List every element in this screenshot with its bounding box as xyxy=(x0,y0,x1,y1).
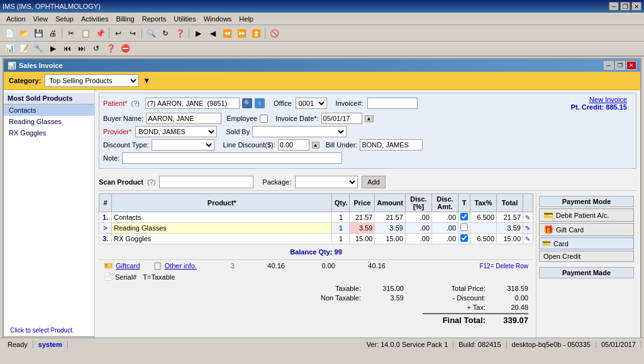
edit-1[interactable]: ✎ xyxy=(523,212,533,223)
price-3[interactable]: 15.00 xyxy=(350,234,375,244)
taxable-1[interactable] xyxy=(458,212,470,223)
giftcard-link[interactable]: Giftcard xyxy=(116,262,140,270)
patient-input[interactable] xyxy=(145,98,240,109)
menu-utilities[interactable]: Utilities xyxy=(170,14,199,24)
win-restore[interactable]: ❐ xyxy=(615,61,625,70)
price-2[interactable]: 3.59 xyxy=(350,223,375,234)
office-select[interactable]: 0001 xyxy=(296,98,327,109)
scan-input[interactable] xyxy=(159,176,253,188)
sidebar-item-rx-goggles[interactable]: RX Goggles xyxy=(4,127,94,139)
edit-3[interactable]: ✎ xyxy=(523,234,533,244)
total-1[interactable]: 21.57 xyxy=(497,212,523,223)
product-2[interactable]: Reading Glasses xyxy=(112,223,332,234)
line-discount-spinner-up[interactable]: ▲ xyxy=(312,142,319,149)
disc-pct-1[interactable]: .00 xyxy=(406,212,432,223)
card-btn[interactable]: 💳 Card xyxy=(539,237,634,249)
total-3[interactable]: 15.00 xyxy=(497,234,523,244)
tb-redo[interactable]: ↪ xyxy=(126,27,140,40)
menu-reports[interactable]: Reports xyxy=(138,14,170,24)
tb2-b4[interactable]: ▶ xyxy=(46,42,60,55)
debit-patient-btn[interactable]: 💳 Debit Patient A/c. xyxy=(539,208,634,222)
employee-checkbox[interactable] xyxy=(260,115,268,123)
tb-copy[interactable]: 📋 xyxy=(79,27,92,40)
tb-new[interactable]: 📄 xyxy=(3,27,16,40)
price-1[interactable]: 21.57 xyxy=(350,212,375,223)
tax-checkbox-2[interactable] xyxy=(460,224,468,231)
tb-help[interactable]: ❓ xyxy=(173,27,187,40)
tb2-b6[interactable]: ⏭ xyxy=(75,42,89,55)
tax-pct-2[interactable] xyxy=(470,223,497,234)
menu-help[interactable]: Help xyxy=(235,14,257,24)
add-button[interactable]: Add xyxy=(362,176,386,188)
other-info-link[interactable]: Other info. xyxy=(165,262,197,270)
discount-type-select[interactable] xyxy=(152,139,214,151)
invoice-date-input[interactable] xyxy=(321,113,362,124)
amount-2[interactable]: 3.59 xyxy=(375,223,406,234)
tax-pct-1[interactable]: 6.500 xyxy=(470,212,497,223)
tb2-stop[interactable]: ⛔ xyxy=(118,42,132,55)
total-2[interactable]: 3.59 xyxy=(497,223,523,234)
disc-amt-1[interactable]: .00 xyxy=(432,212,458,223)
provider-select[interactable]: BOND, JAMES xyxy=(135,126,217,137)
close-btn[interactable]: ✕ xyxy=(631,2,641,11)
tb-b4[interactable]: ⏩ xyxy=(235,27,248,40)
win-minimize[interactable]: ─ xyxy=(604,61,614,70)
tb2-b3[interactable]: 🔧 xyxy=(31,42,45,55)
tax-pct-3[interactable]: 6.500 xyxy=(470,234,497,244)
click-to-select-product[interactable]: Click to select Product. xyxy=(6,324,78,336)
bill-under-input[interactable] xyxy=(360,139,423,151)
invoice-num-input[interactable] xyxy=(367,98,418,109)
taxable-3[interactable] xyxy=(458,234,470,244)
menu-setup[interactable]: Setup xyxy=(52,14,77,24)
note-input[interactable] xyxy=(122,152,342,164)
tb-paste[interactable]: 📌 xyxy=(93,27,107,40)
qty-1[interactable]: 1 xyxy=(332,212,350,223)
category-dropdown-icon[interactable]: ▼ xyxy=(143,76,150,85)
tb2-b7[interactable]: ↺ xyxy=(89,42,103,55)
menu-action[interactable]: Action xyxy=(3,14,30,24)
product-1[interactable]: Contacts xyxy=(112,212,332,223)
edit-2[interactable]: ✎ xyxy=(523,223,533,234)
package-select[interactable] xyxy=(295,176,358,188)
disc-pct-2[interactable]: .00 xyxy=(406,223,432,234)
buyer-input[interactable] xyxy=(146,113,221,124)
disc-amt-2[interactable]: .00 xyxy=(432,223,458,234)
tb-b3[interactable]: ⏪ xyxy=(220,27,234,40)
menu-activities[interactable]: Activities xyxy=(77,14,112,24)
tb-find[interactable]: 🔍 xyxy=(144,27,158,40)
taxable-2[interactable] xyxy=(458,223,470,234)
line-discount-input[interactable] xyxy=(278,139,309,151)
open-credit-btn[interactable]: Open Credit xyxy=(539,251,634,262)
tb2-b8[interactable]: ❓ xyxy=(104,42,118,55)
tb-b2[interactable]: ◀ xyxy=(206,27,219,40)
disc-pct-3[interactable]: .00 xyxy=(406,234,432,244)
category-select[interactable]: Top Selling Products xyxy=(45,74,139,87)
tb-b5[interactable]: ⏫ xyxy=(249,27,263,40)
sidebar-item-reading-glasses[interactable]: Reading Glasses xyxy=(4,116,94,127)
patient-search-icon[interactable]: 🔍 xyxy=(242,98,252,108)
tb-cut[interactable]: ✂ xyxy=(64,27,78,40)
tb2-b2[interactable]: 📝 xyxy=(17,42,31,55)
tb-refresh[interactable]: ↻ xyxy=(158,27,172,40)
tb-undo[interactable]: ↩ xyxy=(111,27,125,40)
menu-windows[interactable]: Windows xyxy=(200,14,236,24)
date-spinner-up[interactable]: ▲ xyxy=(365,115,374,122)
tb-save[interactable]: 💾 xyxy=(31,27,45,40)
menu-view[interactable]: View xyxy=(30,14,52,24)
menu-billing[interactable]: Billing xyxy=(112,14,138,24)
new-invoice-link[interactable]: New Invoice xyxy=(589,96,627,103)
qty-3[interactable]: 1 xyxy=(332,234,350,244)
disc-amt-3[interactable]: .00 xyxy=(432,234,458,244)
qty-2[interactable]: 1 xyxy=(332,223,350,234)
sidebar-item-contacts[interactable]: Contacts xyxy=(4,105,94,116)
tb-print[interactable]: 🖨 xyxy=(46,27,60,40)
tax-checkbox-3[interactable] xyxy=(460,234,468,242)
minimize-btn[interactable]: ─ xyxy=(609,2,619,11)
amount-3[interactable]: 15.00 xyxy=(375,234,406,244)
gift-card-btn[interactable]: 🎁 Gift Card xyxy=(539,223,634,236)
restore-btn[interactable]: ❐ xyxy=(620,2,630,11)
tb2-b1[interactable]: 📊 xyxy=(3,42,16,55)
tb2-b5[interactable]: ⏮ xyxy=(60,42,74,55)
win-close[interactable]: ✕ xyxy=(626,61,636,70)
amount-1[interactable]: 21.57 xyxy=(375,212,406,223)
